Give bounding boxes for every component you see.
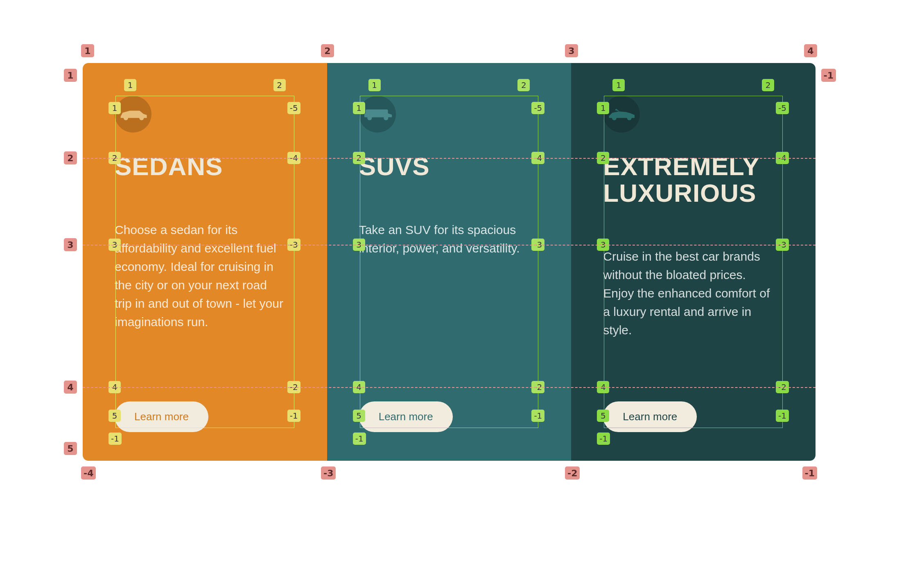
grid-badge: -2	[531, 381, 544, 393]
grid-badge: -1	[353, 433, 366, 445]
grid-col-badge: 2	[321, 44, 334, 57]
card-description: Take an SUV for its spacious interior, p…	[359, 221, 531, 257]
card-suvs: 1 2 1 -5 2 -4 3 -3 4 -2 5 -1 -1 SUVS Tak…	[327, 63, 572, 461]
grid-badge: -2	[287, 381, 300, 393]
learn-more-button[interactable]: Learn more	[115, 401, 208, 432]
sedan-icon	[115, 96, 151, 133]
grid-badge: -2	[776, 381, 789, 393]
grid-badge: -1	[531, 410, 544, 422]
grid-col-badge: 4	[804, 44, 817, 57]
learn-more-button[interactable]: Learn more	[359, 401, 453, 432]
convertible-icon	[603, 96, 640, 133]
grid-badge: 1	[368, 79, 381, 91]
grid-badge: 2	[273, 79, 286, 91]
grid-badge: -5	[776, 102, 789, 114]
grid-badge: 2	[762, 79, 774, 91]
grid-row-badge: 4	[64, 381, 77, 394]
grid-badge: -5	[287, 102, 300, 114]
card-description: Cruise in the best car brands without th…	[603, 247, 775, 339]
grid-badge: -1	[108, 433, 122, 445]
card-grid: 1 2 1 -5 2 -4 3 -3 4 -2 5 -1 -1 SEDANS C…	[83, 63, 816, 461]
grid-badge: 1	[124, 79, 136, 91]
svg-point-1	[139, 116, 144, 120]
card-sedans: 1 2 1 -5 2 -4 3 -3 4 -2 5 -1 -1 SEDANS C…	[83, 63, 327, 461]
grid-overlay-frame: 1 2 1 -5 2 -4 3 -3 4 -2 5 -1 -1	[360, 96, 539, 428]
grid-badge: 4	[353, 381, 365, 393]
svg-point-6	[627, 116, 632, 120]
svg-point-0	[124, 116, 128, 120]
svg-point-4	[384, 116, 388, 120]
svg-point-3	[367, 116, 372, 120]
grid-row-badge: 1	[64, 69, 77, 82]
grid-badge: -3	[776, 239, 789, 251]
card-description: Choose a sedan for its affordability and…	[115, 221, 287, 331]
grid-col-badge: 1	[81, 44, 94, 57]
learn-more-button[interactable]: Learn more	[603, 401, 697, 432]
grid-badge: -3	[531, 239, 544, 251]
grid-badge: 4	[108, 381, 121, 393]
grid-badge: -3	[287, 239, 300, 251]
grid-row-badge: -1	[821, 69, 836, 82]
grid-badge: 2	[517, 79, 530, 91]
grid-col-badge: -1	[802, 466, 817, 480]
grid-col-badge: -3	[321, 466, 336, 480]
grid-badge: -1	[776, 410, 789, 422]
grid-row-badge: 3	[64, 238, 77, 251]
grid-row-badge: 2	[64, 151, 77, 164]
grid-badge: 4	[597, 381, 609, 393]
grid-col-badge: -4	[81, 466, 96, 480]
card-luxury: 1 2 1 -5 2 -4 3 -3 4 -2 5 -1 -1 EXTREMEL…	[571, 63, 816, 461]
grid-badge: -1	[287, 410, 300, 422]
grid-badge: -1	[597, 433, 610, 445]
card-title: SEDANS	[115, 153, 303, 180]
grid-badge: -5	[531, 102, 544, 114]
grid-badge: 1	[612, 79, 625, 91]
svg-point-5	[612, 116, 617, 120]
card-title: EXTREMELY LUXURIOUS	[603, 153, 791, 206]
card-title: SUVS	[359, 153, 547, 180]
grid-row-badge: 5	[64, 442, 77, 455]
suv-icon	[359, 96, 396, 133]
grid-col-badge: 3	[565, 44, 578, 57]
grid-col-badge: -2	[565, 466, 580, 480]
